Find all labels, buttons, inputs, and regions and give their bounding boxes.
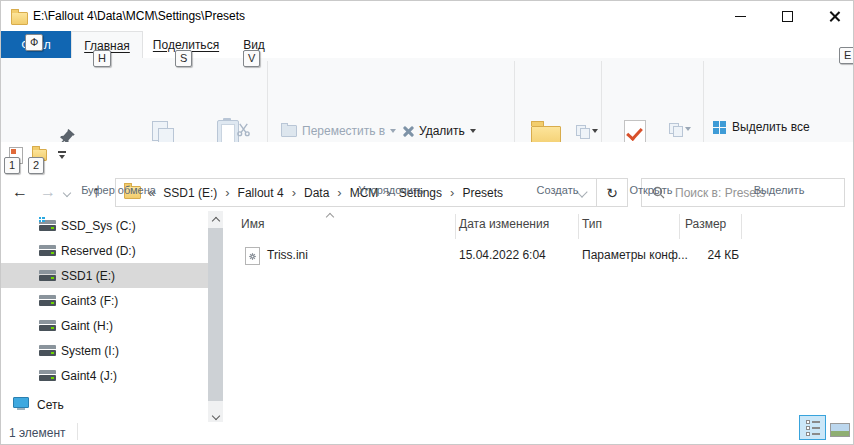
back-button[interactable]: ← <box>9 179 31 205</box>
dropdown-arrow-icon <box>470 129 476 133</box>
details-view-icon <box>806 420 820 436</box>
gear-icon <box>248 252 257 261</box>
open-with-button[interactable] <box>665 118 695 140</box>
open-with-icon <box>669 123 683 135</box>
navigation-pane: SSD_Sys (C:) Reserved (D:) SSD1 (E:) Gai… <box>1 211 223 422</box>
ribbon-tab-bar: Файл Главная Поделиться Вид ? <box>1 31 853 59</box>
cut-icon <box>236 122 251 137</box>
move-to-icon <box>281 125 297 137</box>
keytip-qat-2: 2 <box>28 157 44 174</box>
drive-icon <box>39 245 56 256</box>
quick-access-toolbar <box>1 142 853 174</box>
dropdown-arrow-icon <box>592 129 598 133</box>
divider[interactable] <box>578 214 579 239</box>
column-header-date[interactable]: Дата изменения <box>459 217 549 231</box>
window-title: E:\Fallout 4\Data\MCM\Settings\Presets <box>33 9 245 23</box>
easy-access-button[interactable] <box>573 120 601 142</box>
column-header-name[interactable]: Имя <box>241 217 264 231</box>
items-count: 1 элемент <box>9 426 66 440</box>
delete-button[interactable]: Удалить <box>401 120 476 142</box>
status-bar: 1 элемент <box>1 422 853 444</box>
qat-customize-button[interactable] <box>57 151 67 160</box>
keytip-home: H <box>93 50 111 67</box>
group-label-organize: Упорядочить <box>301 184 481 196</box>
cut-button[interactable] <box>231 118 255 140</box>
folder-icon <box>11 12 28 25</box>
select-all-icon <box>713 121 726 134</box>
sidebar-scrollbar[interactable] <box>208 211 223 425</box>
sidebar-item-drive-f[interactable]: Gaint3 (F:) <box>1 288 208 313</box>
sidebar-item-drive-d[interactable]: Reserved (D:) <box>1 238 208 263</box>
keytip-view: V <box>243 50 260 67</box>
titlebar: E:\Fallout 4\Data\MCM\Settings\Presets <box>1 1 853 31</box>
sidebar-item-drive-j[interactable]: Gaint4 (J:) <box>1 363 208 388</box>
chevron-up-icon <box>211 217 219 225</box>
sidebar-item-network[interactable]: Сеть <box>1 392 208 417</box>
divider[interactable] <box>741 214 742 239</box>
ribbon: Закрепить на панели быстрого доступа Коп… <box>1 58 853 143</box>
drive-icon <box>39 320 56 331</box>
select-all-button[interactable]: Выделить все <box>713 120 810 134</box>
drive-icon <box>39 270 56 281</box>
system-drive-icon <box>39 220 56 231</box>
sidebar-item-drive-i[interactable]: System (I:) <box>1 338 208 363</box>
keytip-file: Ф <box>25 34 43 51</box>
keytip-qat-1: 1 <box>4 157 20 174</box>
maximize-button[interactable] <box>764 1 810 31</box>
delete-icon <box>401 125 414 138</box>
customize-qat-icon <box>57 151 67 160</box>
close-icon <box>829 11 840 22</box>
divider <box>77 423 78 440</box>
sidebar-item-drive-c[interactable]: SSD_Sys (C:) <box>1 213 208 238</box>
sidebar-item-drive-e[interactable]: SSD1 (E:) <box>1 263 208 288</box>
chevron-down-icon <box>211 411 219 419</box>
explorer-window: E:\Fallout 4\Data\MCM\Settings\Presets Ф… <box>0 0 854 445</box>
dropdown-arrow-icon <box>685 127 691 131</box>
file-row[interactable]: Triss.ini 15.04.2022 6:04 Параметры конф… <box>223 245 853 267</box>
group-label-clipboard: Буфер обмена <box>31 184 206 196</box>
column-header-size[interactable]: Размер <box>685 217 726 231</box>
keytip-help: E <box>839 47 854 64</box>
sort-ascending-icon <box>326 213 334 221</box>
move-to-button[interactable]: Переместить в <box>281 120 396 142</box>
divider[interactable] <box>679 214 680 239</box>
details-view-button[interactable] <box>799 415 826 440</box>
drive-icon <box>39 345 56 356</box>
easy-access-icon <box>576 125 590 137</box>
file-date-modified: 15.04.2022 6:04 <box>459 248 546 262</box>
scrollbar-thumb[interactable] <box>208 228 223 401</box>
divider[interactable] <box>455 214 456 239</box>
close-button[interactable] <box>811 1 854 31</box>
breadcrumb-fallout4[interactable]: Fallout 4 <box>231 186 291 200</box>
file-list: Имя Дата изменения Тип Размер Triss.ini … <box>223 211 853 422</box>
group-label-open: Открыть <box>601 184 701 196</box>
ini-file-icon <box>245 247 260 265</box>
network-icon <box>13 397 29 411</box>
minimize-button[interactable] <box>717 1 763 31</box>
group-label-select: Выделить <box>703 184 854 196</box>
drive-icon <box>39 370 56 381</box>
sidebar-item-drive-h[interactable]: Gaint (H:) <box>1 313 208 338</box>
group-label-create: Создать <box>514 184 601 196</box>
file-type: Параметры конф... <box>582 248 688 262</box>
thumbnails-view-button[interactable] <box>830 423 850 437</box>
file-name: Triss.ini <box>267 248 308 262</box>
file-size: 24 КБ <box>681 248 739 262</box>
maximize-icon <box>782 11 793 22</box>
column-header-type[interactable]: Тип <box>582 217 602 231</box>
dropdown-arrow-icon <box>390 129 396 133</box>
drive-icon <box>39 295 56 306</box>
keytip-share: S <box>175 50 192 67</box>
minimize-icon <box>735 16 746 17</box>
scroll-up-button[interactable] <box>208 211 223 228</box>
